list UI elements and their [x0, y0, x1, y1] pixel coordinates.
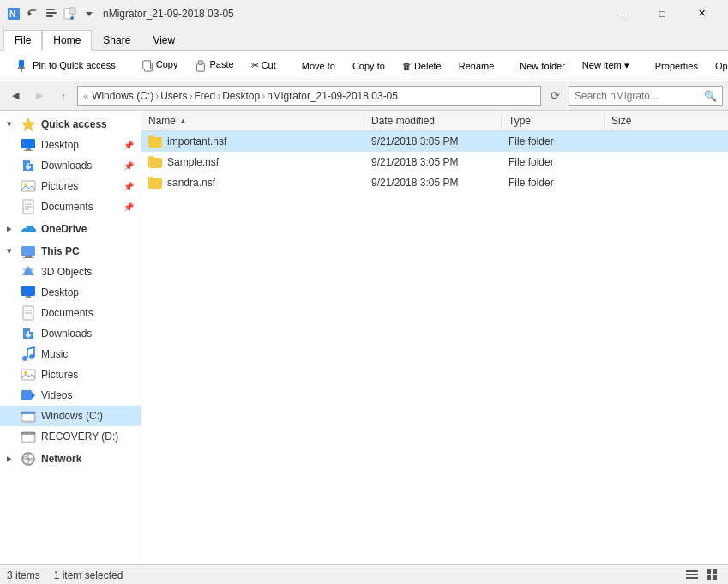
- new-folder-button[interactable]: New folder: [512, 57, 573, 75]
- sidebar-header-network[interactable]: ▸ Network: [0, 449, 141, 469]
- undo-icon[interactable]: [26, 7, 39, 21]
- address-path[interactable]: « Windows (C:) › Users › Fred › Desktop …: [77, 86, 541, 106]
- tab-file[interactable]: File: [3, 30, 42, 51]
- newitem-icon[interactable]: [63, 7, 77, 21]
- refresh-button[interactable]: ⟳: [544, 86, 565, 106]
- pin-pictures: 📌: [123, 182, 134, 191]
- status-bar: 3 items 1 item selected: [0, 564, 728, 584]
- col-header-type[interactable]: Type: [502, 115, 605, 127]
- sidebar-label-videos: Videos: [41, 389, 72, 401]
- sidebar-item-documents-quick[interactable]: Documents 📌: [0, 196, 141, 217]
- title-bar-controls: – □ ✕: [603, 0, 721, 27]
- properties-button[interactable]: Properties: [647, 57, 706, 75]
- svg-rect-54: [686, 577, 698, 579]
- minimize-button[interactable]: –: [603, 0, 642, 27]
- table-row[interactable]: sandra.nsf 9/21/2018 3:05 PM File folder: [141, 172, 728, 193]
- open-button[interactable]: Open: [707, 57, 728, 75]
- pin-documents: 📌: [123, 202, 134, 212]
- down-arrow-icon[interactable]: [82, 7, 96, 21]
- sidebar-label-downloads-quick: Downloads: [41, 160, 92, 172]
- sidebar-item-videos[interactable]: Videos: [0, 385, 141, 406]
- file-name-label: sandra.nsf: [167, 177, 215, 189]
- svg-rect-56: [713, 569, 717, 574]
- crumb-desktop[interactable]: Desktop: [222, 90, 260, 102]
- desktop-icon-quick: [21, 137, 36, 153]
- svg-rect-45: [21, 412, 35, 414]
- window-title: nMigrator_21-09-2018 03-05: [103, 8, 603, 20]
- copy-to-button[interactable]: Copy to: [345, 57, 393, 75]
- sidebar-header-quickaccess[interactable]: ▾ Quick access: [0, 114, 141, 135]
- sidebar-item-documents-pc[interactable]: Documents: [0, 303, 141, 323]
- sidebar-item-desktop-pc[interactable]: Desktop: [0, 282, 141, 303]
- sidebar-item-downloads-pc[interactable]: Downloads: [0, 323, 141, 344]
- sidebar-item-recovery-d[interactable]: RECOVERY (D:): [0, 426, 141, 447]
- col-header-date[interactable]: Date modified: [364, 115, 502, 127]
- rename-button[interactable]: Rename: [451, 57, 502, 75]
- title-bar-icons: N: [7, 7, 96, 21]
- desktop-icon-pc: [21, 285, 36, 300]
- tab-view[interactable]: View: [141, 30, 186, 50]
- file-date-cell: 9/21/2018 3:05 PM: [364, 135, 502, 148]
- col-header-name[interactable]: Name ▲: [141, 115, 364, 127]
- properties-icon[interactable]: [45, 7, 58, 21]
- new-item-button[interactable]: New item ▾: [575, 57, 637, 75]
- up-button[interactable]: ↑: [53, 86, 74, 106]
- pictures-icon-pc: [21, 367, 36, 382]
- delete-button[interactable]: 🗑 Delete: [394, 57, 449, 75]
- chevron-thispc: ▾: [7, 246, 17, 256]
- crumb-nmigrator[interactable]: nMigrator_21-09-2018 03-05: [267, 90, 398, 102]
- col-type-label: Type: [508, 115, 531, 127]
- tab-share[interactable]: Share: [92, 30, 141, 50]
- paste-button[interactable]: Paste: [187, 56, 241, 75]
- svg-rect-20: [21, 181, 35, 191]
- col-header-size[interactable]: Size: [605, 115, 673, 127]
- copy-button[interactable]: Copy: [134, 56, 186, 75]
- ribbon-tabs: File Home Share View: [0, 27, 728, 50]
- sidebar-item-pictures-pc[interactable]: Pictures: [0, 364, 141, 385]
- maximize-button[interactable]: □: [642, 0, 682, 27]
- sidebar-item-music[interactable]: Music: [0, 344, 141, 364]
- close-button[interactable]: ✕: [682, 0, 721, 27]
- svg-point-37: [22, 356, 27, 361]
- pin-quickaccess-button[interactable]: Pin to Quick access: [7, 56, 123, 76]
- file-type-cell: File folder: [502, 156, 605, 168]
- sidebar-header-thispc[interactable]: ▾ This PC: [0, 241, 141, 262]
- search-input[interactable]: [575, 90, 704, 102]
- move-to-button[interactable]: Move to: [294, 57, 343, 75]
- svg-rect-57: [707, 575, 711, 580]
- table-row[interactable]: Sample.nsf 9/21/2018 3:05 PM File folder: [141, 152, 728, 172]
- sidebar-item-downloads-quick[interactable]: Downloads 📌: [0, 155, 141, 176]
- sidebar-item-windows-c[interactable]: Windows (C:): [0, 406, 141, 426]
- svg-marker-9: [86, 12, 93, 16]
- details-view-button[interactable]: [683, 567, 701, 584]
- svg-marker-42: [32, 392, 35, 399]
- svg-rect-58: [713, 575, 717, 580]
- sidebar-item-3dobjects[interactable]: 3D Objects: [0, 262, 141, 282]
- cut-button[interactable]: ✂ Cut: [244, 57, 284, 75]
- sidebar-section-onedrive: ▸ OneDrive: [0, 219, 141, 239]
- file-name-label: Sample.nsf: [167, 156, 219, 168]
- large-icons-view-button[interactable]: [704, 567, 721, 584]
- tab-home[interactable]: Home: [42, 30, 92, 51]
- details-view-icon: [686, 569, 698, 581]
- sidebar-item-desktop-quick[interactable]: Desktop 📌: [0, 135, 141, 155]
- onedrive-icon: [21, 221, 36, 237]
- file-date-cell: 9/21/2018 3:05 PM: [364, 177, 502, 189]
- svg-rect-33: [24, 298, 33, 298]
- svg-rect-44: [23, 413, 33, 420]
- sidebar-item-pictures-quick[interactable]: Pictures 📌: [0, 176, 141, 196]
- paste-icon: [195, 60, 207, 72]
- forward-button[interactable]: ▶: [29, 86, 50, 106]
- crumb-users[interactable]: Users: [160, 90, 187, 102]
- back-button[interactable]: ◀: [5, 86, 26, 106]
- crumb-fred[interactable]: Fred: [194, 90, 215, 102]
- sidebar: ▾ Quick access Desktop 📌: [0, 111, 141, 564]
- sidebar-label-recovery-d: RECOVERY (D:): [41, 430, 118, 443]
- table-row[interactable]: important.nsf 9/21/2018 3:05 PM File fol…: [141, 131, 728, 152]
- crumb-windows-c[interactable]: Windows (C:): [92, 90, 153, 102]
- 3dobjects-icon: [21, 264, 36, 280]
- file-name-label: important.nsf: [167, 135, 226, 148]
- svg-rect-32: [26, 296, 31, 298]
- sidebar-header-onedrive[interactable]: ▸ OneDrive: [0, 219, 141, 239]
- sidebar-label-network: Network: [41, 453, 81, 465]
